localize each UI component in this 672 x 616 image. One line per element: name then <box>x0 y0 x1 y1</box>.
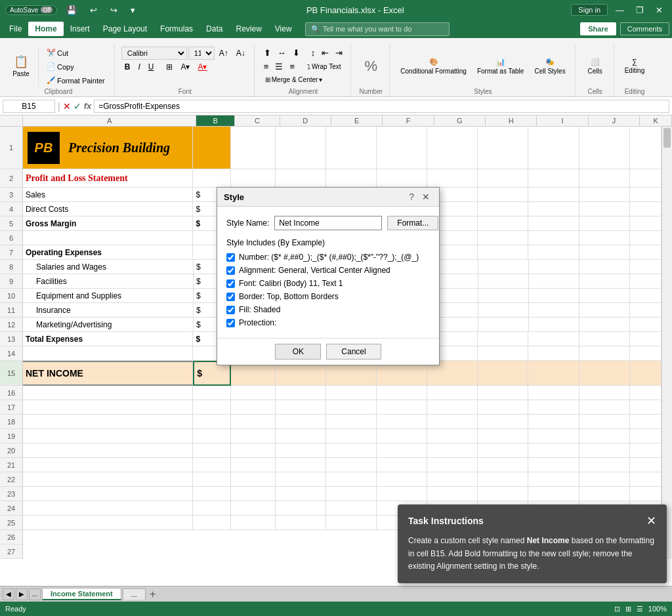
style-protection-checkbox[interactable] <box>226 319 235 327</box>
style-row-number: Number: ($* #,##0_);_($* (#,##0);_($*"-"… <box>226 253 430 262</box>
style-row-protection: Protection: <box>226 318 430 327</box>
dialog-close-button[interactable]: ✕ <box>419 192 432 202</box>
style-row-font: Font: Calibri (Body) 11, Text 1 <box>226 279 430 288</box>
style-row-border: Border: Top, Bottom Borders <box>226 292 430 301</box>
style-name-row: Style Name: Format... <box>226 216 430 230</box>
dialog-body: Style Name: Format... Style Includes (By… <box>217 207 439 338</box>
style-font-text: Font: Calibri (Body) 11, Text 1 <box>239 279 343 288</box>
style-includes-label: Style Includes (By Example) <box>226 238 430 247</box>
dialog-help-button[interactable]: ? <box>406 192 417 202</box>
style-font-checkbox[interactable] <box>226 279 235 288</box>
style-number-text: Number: ($* #,##0_);_($* (#,##0);_($*"-"… <box>239 253 419 262</box>
style-border-text: Border: Top, Bottom Borders <box>239 292 339 301</box>
format-button[interactable]: Format... <box>387 216 438 230</box>
dialog-footer: OK Cancel <box>217 338 439 365</box>
dialog-title-icons: ? ✕ <box>406 192 432 202</box>
style-row-fill: Fill: Shaded <box>226 305 430 314</box>
style-number-checkbox[interactable] <box>226 253 235 262</box>
style-border-checkbox[interactable] <box>226 293 235 301</box>
dialog-title-bar: Style ? ✕ <box>217 188 439 207</box>
style-name-input[interactable] <box>274 216 382 230</box>
dialog-title: Style <box>224 192 244 202</box>
style-name-label: Style Name: <box>226 218 269 228</box>
style-fill-text: Fill: Shaded <box>239 305 280 314</box>
style-protection-text: Protection: <box>239 318 276 327</box>
style-dialog: Style ? ✕ Style Name: Format... Style In… <box>217 187 440 365</box>
style-fill-checkbox[interactable] <box>226 306 235 314</box>
style-row-alignment: Alignment: General, Vertical Center Alig… <box>226 266 430 275</box>
ok-button[interactable]: OK <box>275 344 321 359</box>
cancel-button[interactable]: Cancel <box>326 344 381 359</box>
style-alignment-text: Alignment: General, Vertical Center Alig… <box>239 266 390 275</box>
style-alignment-checkbox[interactable] <box>226 266 235 275</box>
dialog-overlay: Style ? ✕ Style Name: Format... Style In… <box>0 0 672 616</box>
